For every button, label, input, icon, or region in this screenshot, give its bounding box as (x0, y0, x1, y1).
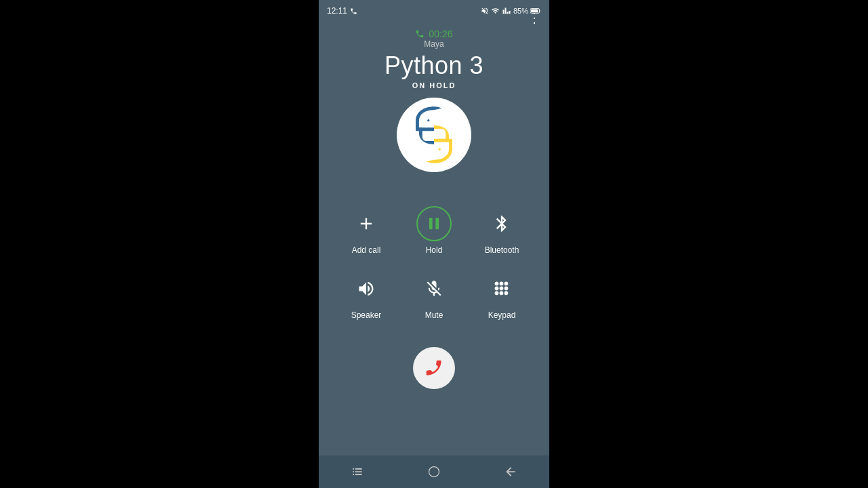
speaker-icon (357, 279, 376, 298)
nav-back-button[interactable] (504, 465, 517, 479)
nav-recent-button[interactable] (351, 465, 364, 479)
svg-point-7 (429, 467, 439, 477)
time: 12:11 (327, 6, 347, 16)
bluetooth-button[interactable]: Bluetooth (468, 206, 536, 255)
end-call-icon (424, 358, 444, 378)
keypad-icon (492, 279, 511, 298)
battery: 85% (513, 7, 528, 15)
pause-icon (425, 214, 443, 233)
keypad-label: Keypad (488, 310, 516, 320)
call-info: 00:26 Maya Python 3 ON HOLD (319, 28, 549, 89)
controls-grid: Add call Hold Bluetooth (319, 206, 549, 320)
phone-screen: 12:11 85% (319, 0, 549, 488)
status-bar: 12:11 85% (319, 0, 549, 19)
status-left: 12:11 (327, 6, 357, 16)
svg-point-4 (427, 119, 429, 121)
bluetooth-label: Bluetooth (485, 245, 519, 255)
hold-label: Hold (426, 245, 443, 255)
svg-point-6 (439, 148, 441, 150)
speaker-icon-container (349, 271, 384, 306)
active-call-icon (415, 29, 425, 39)
mute-label: Mute (425, 310, 443, 320)
recent-apps-icon (351, 465, 364, 479)
mute-icon (425, 279, 443, 298)
nav-home-button[interactable] (427, 465, 441, 479)
mute-icon-container (416, 271, 452, 306)
call-status-icon (350, 7, 357, 15)
add-call-label: Add call (352, 245, 381, 255)
signal-icon (502, 7, 511, 15)
call-timer: 00:26 (429, 28, 452, 39)
bottom-nav (319, 455, 549, 488)
wifi-icon (491, 7, 500, 15)
home-icon (427, 465, 441, 479)
plus-icon (357, 214, 376, 233)
more-menu-button[interactable]: ⋮ (528, 9, 541, 26)
speaker-label: Speaker (351, 310, 382, 320)
python-logo (403, 104, 465, 165)
mute-button[interactable]: Mute (400, 271, 468, 320)
hold-icon (416, 206, 452, 241)
call-status: ON HOLD (412, 81, 456, 89)
add-call-button[interactable]: Add call (332, 206, 400, 255)
contact-name: Python 3 (384, 52, 484, 80)
bluetooth-icon (492, 214, 511, 233)
mute-status-icon (481, 7, 489, 15)
keypad-button[interactable]: Keypad (468, 271, 536, 320)
add-call-icon (349, 206, 384, 241)
end-call-button[interactable] (413, 347, 455, 389)
bluetooth-icon-container (484, 206, 519, 241)
hold-button[interactable]: Hold (400, 206, 468, 255)
call-timer-row: 00:26 (415, 28, 452, 39)
speaker-button[interactable]: Speaker (332, 271, 400, 320)
call-via: Maya (424, 39, 443, 49)
back-icon (504, 465, 517, 479)
keypad-icon-container (484, 271, 519, 306)
svg-point-2 (405, 106, 462, 163)
contact-avatar (397, 98, 471, 172)
